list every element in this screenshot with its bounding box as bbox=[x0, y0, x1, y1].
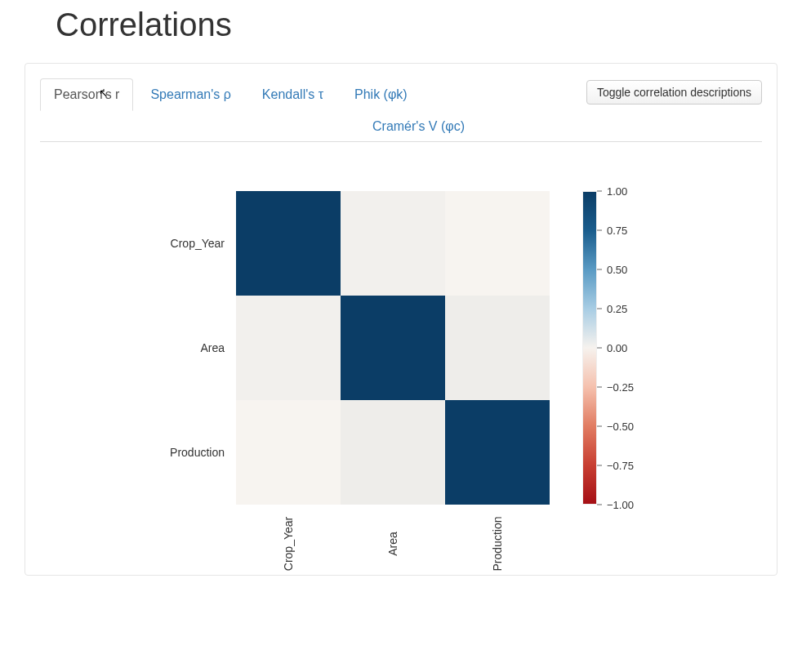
heatmap-col-label: Production bbox=[445, 514, 550, 550]
tab-cramer[interactable]: Cramér's V (φc) bbox=[359, 110, 479, 142]
heatmap-row-label: Production bbox=[156, 400, 229, 505]
heatmap-grid bbox=[236, 191, 550, 505]
colorbar: 1.000.750.500.250.00−0.25−0.50−0.75−1.00 bbox=[582, 191, 646, 505]
tab-spearman[interactable]: Spearman's ρ bbox=[136, 78, 244, 111]
heatmap-col-label: Crop_Year bbox=[236, 514, 341, 550]
colorbar-tick: −0.50 bbox=[597, 421, 634, 433]
colorbar-tick: −1.00 bbox=[597, 499, 634, 511]
colorbar-gradient bbox=[582, 191, 597, 505]
heatmap-cell bbox=[445, 191, 550, 296]
colorbar-tick: 0.00 bbox=[597, 342, 627, 354]
colorbar-tick: −0.75 bbox=[597, 460, 634, 472]
colorbar-tick: −0.25 bbox=[597, 381, 634, 394]
colorbar-tick: 0.75 bbox=[597, 225, 627, 237]
correlation-tab-row: Pearson's rSpearman's ρKendall's τPhik (… bbox=[40, 78, 762, 142]
heatmap-row-label: Area bbox=[156, 296, 229, 400]
heatmap-cell bbox=[445, 400, 550, 505]
tab-pearson[interactable]: Pearson's r bbox=[40, 78, 133, 111]
tab-phik[interactable]: Phik (φk) bbox=[341, 78, 421, 111]
colorbar-tick: 1.00 bbox=[597, 185, 627, 198]
heatmap-cell bbox=[341, 296, 445, 400]
colorbar-tick: 0.25 bbox=[597, 303, 627, 315]
heatmap-chart: Crop_YearAreaProduction Crop_YearAreaPro… bbox=[40, 191, 762, 550]
toggle-correlation-descriptions-button[interactable]: Toggle correlation descriptions bbox=[586, 80, 762, 105]
heatmap-cell bbox=[341, 400, 445, 505]
heatmap-row-label: Crop_Year bbox=[156, 191, 229, 296]
correlations-panel: Pearson's rSpearman's ρKendall's τPhik (… bbox=[25, 63, 777, 576]
page-title: Correlations bbox=[56, 7, 786, 43]
heatmap-col-label: Area bbox=[341, 514, 445, 550]
heatmap-cell bbox=[236, 296, 341, 400]
colorbar-tick: 0.50 bbox=[597, 264, 627, 276]
tab-kendall[interactable]: Kendall's τ bbox=[248, 78, 337, 111]
heatmap-cell bbox=[236, 400, 341, 505]
heatmap-cell bbox=[236, 191, 341, 296]
heatmap-cell bbox=[445, 296, 550, 400]
heatmap-cell bbox=[341, 191, 445, 296]
